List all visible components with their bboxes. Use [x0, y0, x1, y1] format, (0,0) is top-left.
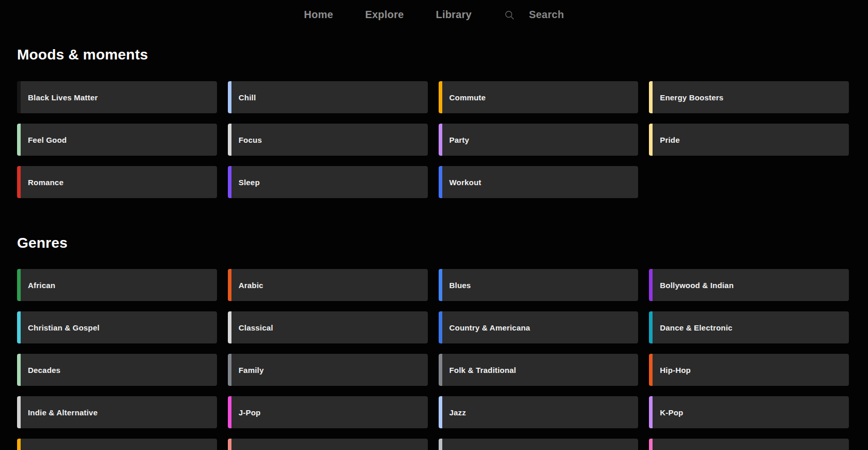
search-button[interactable]: Search	[504, 0, 564, 29]
category-label: Decades	[21, 366, 60, 374]
category-color-strip	[439, 124, 442, 156]
category-tile[interactable]: Black Lives Matter	[17, 81, 217, 113]
category-color-strip	[17, 439, 21, 450]
category-label: African	[21, 281, 55, 290]
category-color-strip	[649, 439, 653, 450]
category-label: Party	[442, 136, 470, 144]
category-tile[interactable]: Commute	[439, 81, 639, 113]
category-tile[interactable]: Sleep	[228, 166, 428, 198]
category-tile[interactable]: African	[17, 269, 217, 301]
category-color-strip	[649, 311, 653, 343]
category-color-strip	[17, 166, 21, 198]
category-label: Indie & Alternative	[21, 408, 98, 417]
category-tile[interactable]: Energy Boosters	[649, 81, 849, 113]
category-color-strip	[228, 269, 231, 301]
category-grid: African Arabic Blues Bollywood & Indian …	[17, 269, 849, 450]
category-color-strip	[228, 166, 231, 198]
category-tile[interactable]	[228, 439, 428, 450]
category-tile[interactable]	[649, 439, 849, 450]
category-label: Hip-Hop	[653, 366, 691, 374]
category-tile[interactable]	[439, 439, 639, 450]
category-tile[interactable]: Jazz	[439, 396, 639, 428]
category-color-strip	[228, 124, 231, 156]
category-color-strip	[649, 81, 653, 113]
category-color-strip	[17, 81, 21, 113]
category-color-strip	[228, 81, 231, 113]
category-tile[interactable]: Folk & Traditional	[439, 354, 639, 386]
category-tile[interactable]: Pride	[649, 124, 849, 156]
category-tile[interactable]: Indie & Alternative	[17, 396, 217, 428]
category-color-strip	[649, 354, 653, 386]
category-label: Jazz	[442, 408, 467, 417]
category-color-strip	[17, 124, 21, 156]
category-grid: Black Lives Matter Chill Commute Energy …	[17, 81, 849, 198]
category-section: Genres African Arabic Blues Bollywood & …	[17, 234, 849, 450]
category-tile[interactable]: Decades	[17, 354, 217, 386]
search-icon	[504, 9, 515, 21]
category-color-strip	[17, 311, 21, 343]
category-tile[interactable]: Hip-Hop	[649, 354, 849, 386]
category-label: Chill	[231, 93, 256, 102]
section-title: Genres	[17, 234, 849, 252]
category-label: Classical	[231, 323, 273, 332]
category-color-strip	[439, 396, 442, 428]
category-color-strip	[439, 439, 442, 450]
nav-item-home[interactable]: Home	[304, 0, 333, 29]
category-color-strip	[439, 166, 442, 198]
category-label: Bollywood & Indian	[653, 281, 734, 290]
category-label: Folk & Traditional	[442, 366, 516, 374]
category-tile[interactable]: Workout	[439, 166, 639, 198]
category-color-strip	[649, 269, 653, 301]
category-color-strip	[17, 354, 21, 386]
category-label: Christian & Gospel	[21, 323, 100, 332]
sections: Moods & moments Black Lives Matter Chill…	[17, 46, 849, 450]
category-label: Black Lives Matter	[21, 93, 98, 102]
category-label: Workout	[442, 178, 482, 187]
category-tile[interactable]: Chill	[228, 81, 428, 113]
category-label: Pride	[653, 136, 680, 144]
category-tile[interactable]: Party	[439, 124, 639, 156]
category-section: Moods & moments Black Lives Matter Chill…	[17, 46, 849, 198]
search-label: Search	[529, 0, 564, 29]
category-color-strip	[17, 396, 21, 428]
category-color-strip	[439, 269, 442, 301]
top-nav: Home Explore Library Search	[0, 0, 868, 29]
category-tile[interactable]: Country & Americana	[439, 311, 639, 343]
explore-categories-page: Moods & moments Black Lives Matter Chill…	[0, 46, 868, 450]
category-color-strip	[649, 124, 653, 156]
category-tile[interactable]	[17, 439, 217, 450]
category-label: Romance	[21, 178, 64, 187]
category-tile[interactable]: Christian & Gospel	[17, 311, 217, 343]
category-color-strip	[228, 396, 231, 428]
category-label: Energy Boosters	[653, 93, 723, 102]
category-label: Arabic	[231, 281, 264, 290]
category-color-strip	[17, 269, 21, 301]
category-label: K-Pop	[653, 408, 683, 417]
category-color-strip	[439, 354, 442, 386]
category-tile[interactable]: K-Pop	[649, 396, 849, 428]
category-label: Dance & Electronic	[653, 323, 732, 332]
category-tile[interactable]: Classical	[228, 311, 428, 343]
category-tile[interactable]: Arabic	[228, 269, 428, 301]
category-color-strip	[649, 396, 653, 428]
category-color-strip	[439, 81, 442, 113]
category-color-strip	[228, 439, 231, 450]
nav-item-library[interactable]: Library	[436, 0, 472, 29]
category-tile[interactable]: J-Pop	[228, 396, 428, 428]
category-color-strip	[439, 311, 442, 343]
category-color-strip	[228, 311, 231, 343]
category-label: Focus	[231, 136, 262, 144]
category-tile[interactable]: Family	[228, 354, 428, 386]
category-tile[interactable]: Focus	[228, 124, 428, 156]
category-tile[interactable]: Romance	[17, 166, 217, 198]
nav-item-explore[interactable]: Explore	[365, 0, 404, 29]
category-tile[interactable]: Blues	[439, 269, 639, 301]
category-tile[interactable]: Bollywood & Indian	[649, 269, 849, 301]
category-tile[interactable]: Feel Good	[17, 124, 217, 156]
category-label: Family	[231, 366, 264, 374]
category-label: Country & Americana	[442, 323, 531, 332]
category-tile[interactable]: Dance & Electronic	[649, 311, 849, 343]
category-label: Blues	[442, 281, 471, 290]
category-label: Sleep	[231, 178, 260, 187]
category-label: Commute	[442, 93, 486, 102]
